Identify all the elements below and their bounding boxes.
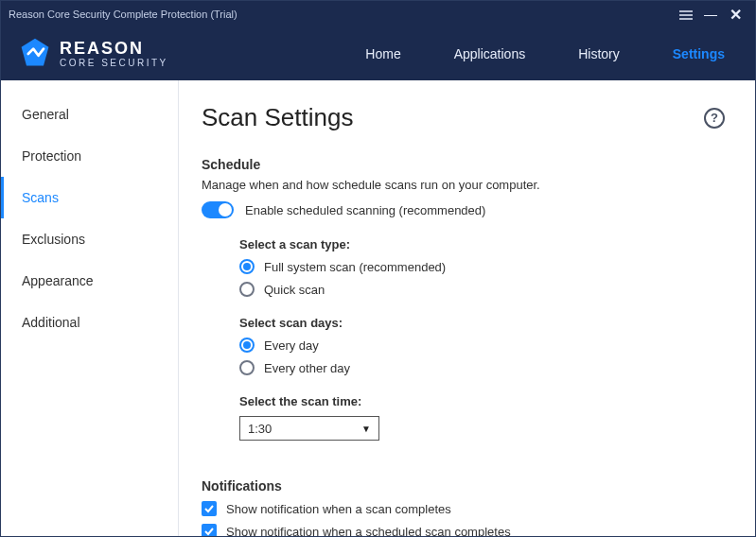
- content-area: Scan Settings ? Schedule Manage when and…: [179, 80, 755, 536]
- scan-time-label: Select the scan time:: [239, 394, 725, 408]
- enable-scheduled-scanning-row: Enable scheduled scanning (recommended): [202, 201, 725, 218]
- notify-scheduled-complete-row: Show notification when a scheduled scan …: [202, 524, 725, 536]
- sidebar-item-general[interactable]: General: [1, 94, 178, 135]
- brand-name: REASON: [60, 40, 168, 57]
- top-nav: Home Applications History Settings: [365, 46, 738, 61]
- sidebar-item-additional[interactable]: Additional: [1, 302, 178, 343]
- settings-sidebar: General Protection Scans Exclusions Appe…: [1, 80, 179, 536]
- page-title: Scan Settings: [202, 103, 704, 132]
- scan-days-every-label: Every day: [264, 338, 319, 353]
- notify-scheduled-complete-checkbox[interactable]: [202, 524, 217, 536]
- schedule-description: Manage when and how schedule scans run o…: [202, 178, 725, 192]
- nav-settings[interactable]: Settings: [673, 46, 725, 61]
- enable-scheduled-scanning-label: Enable scheduled scanning (recommended): [245, 203, 485, 217]
- notify-scheduled-complete-label: Show notification when a scheduled scan …: [226, 525, 511, 537]
- sidebar-item-exclusions[interactable]: Exclusions: [1, 218, 178, 260]
- scan-type-label: Select a scan type:: [239, 237, 725, 251]
- nav-applications[interactable]: Applications: [454, 46, 526, 61]
- app-body: General Protection Scans Exclusions Appe…: [1, 80, 755, 536]
- scan-type-quick-radio[interactable]: [239, 282, 255, 297]
- app-header: REASON CORE SECURITY Home Applications H…: [1, 27, 755, 80]
- scan-days-other-row: Every other day: [239, 360, 725, 375]
- menu-icon[interactable]: [674, 7, 698, 22]
- notifications-heading: Notifications: [202, 478, 725, 494]
- help-icon[interactable]: ?: [704, 108, 725, 129]
- shield-icon: [18, 37, 52, 71]
- sidebar-item-appearance[interactable]: Appearance: [1, 260, 178, 302]
- brand-logo: REASON CORE SECURITY: [18, 37, 168, 71]
- window-title: Reason Core Security Complete Protection…: [9, 9, 674, 20]
- scan-type-quick-row: Quick scan: [239, 282, 725, 297]
- notify-scan-complete-checkbox[interactable]: [202, 501, 217, 516]
- scan-days-label: Select scan days:: [239, 316, 725, 330]
- schedule-heading: Schedule: [202, 157, 725, 172]
- scan-days-other-label: Every other day: [264, 361, 350, 375]
- notify-scan-complete-label: Show notification when a scan completes: [226, 502, 451, 516]
- scan-type-full-row: Full system scan (recommended): [239, 259, 725, 274]
- nav-history[interactable]: History: [578, 46, 620, 61]
- scan-type-full-radio[interactable]: [239, 259, 255, 274]
- sidebar-item-scans[interactable]: Scans: [1, 177, 178, 218]
- enable-scheduled-scanning-toggle[interactable]: [202, 201, 234, 218]
- scan-time-value: 1:30: [248, 422, 272, 436]
- scan-time-select[interactable]: 1:30 ▼: [239, 416, 379, 441]
- brand-sub: CORE SECURITY: [60, 59, 168, 68]
- close-icon[interactable]: ✕: [723, 6, 747, 24]
- page-head: Scan Settings ?: [202, 103, 725, 132]
- chevron-down-icon: ▼: [361, 424, 371, 434]
- scan-days-every-row: Every day: [239, 338, 725, 353]
- brand-text: REASON CORE SECURITY: [60, 40, 168, 68]
- scan-type-full-label: Full system scan (recommended): [264, 260, 446, 274]
- sidebar-item-protection[interactable]: Protection: [1, 135, 178, 177]
- scan-days-every-radio[interactable]: [239, 338, 255, 353]
- scan-type-quick-label: Quick scan: [264, 283, 325, 297]
- app-window: Reason Core Security Complete Protection…: [0, 0, 756, 537]
- titlebar: Reason Core Security Complete Protection…: [1, 1, 755, 27]
- scan-days-other-radio[interactable]: [239, 360, 255, 375]
- nav-home[interactable]: Home: [365, 46, 400, 61]
- minimize-icon[interactable]: —: [698, 7, 723, 22]
- notify-scan-complete-row: Show notification when a scan completes: [202, 501, 725, 516]
